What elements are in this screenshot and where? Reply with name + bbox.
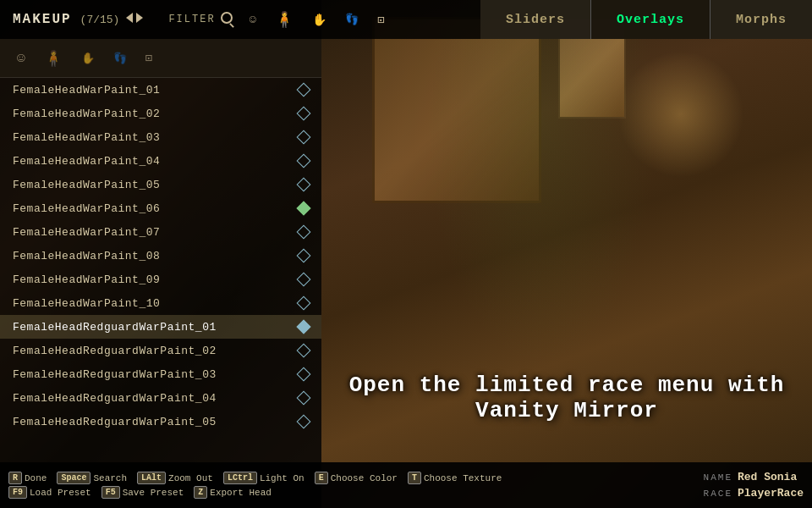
diamond-indicator xyxy=(297,154,311,168)
list-item[interactable]: FemaleHeadWarPaint_05 xyxy=(0,173,321,196)
bottom-command[interactable]: F9Load Preset xyxy=(8,486,91,499)
key-badge: F5 xyxy=(102,486,120,499)
key-badge: E xyxy=(315,472,328,484)
bottom-command[interactable]: SpaceSearch xyxy=(57,472,127,484)
diamond-indicator xyxy=(297,249,311,263)
item-name: FemaleHeadWarPaint_10 xyxy=(13,297,160,310)
list-item[interactable]: FemaleHeadRedguardWarPaint_04 xyxy=(0,386,321,410)
command-label: Zoom Out xyxy=(168,473,213,483)
key-badge: Space xyxy=(57,472,91,484)
filter-label: FILTER xyxy=(168,14,215,25)
item-name: FemaleHeadWarPaint_08 xyxy=(13,250,160,262)
diamond-indicator xyxy=(297,415,311,429)
list-item[interactable]: FemaleHeadWarPaint_04 xyxy=(0,149,321,173)
tab-sliders[interactable]: Sliders xyxy=(480,0,591,39)
item-name: FemaleHeadWarPaint_05 xyxy=(13,179,160,191)
item-name: FemaleHeadRedguardWarPaint_03 xyxy=(13,368,217,381)
bottom-command[interactable]: LCtrlLight On xyxy=(223,472,304,484)
nav-arrow-left[interactable] xyxy=(126,12,133,27)
diamond-indicator xyxy=(297,320,311,334)
body-icon[interactable]: 🧍 xyxy=(275,10,294,29)
item-name: FemaleHeadRedguardWarPaint_05 xyxy=(13,416,217,428)
key-badge: LCtrl xyxy=(223,472,257,484)
tab-morphs[interactable]: Morphs xyxy=(710,0,812,39)
race-label: RACE xyxy=(704,489,732,499)
bottom-command[interactable]: F5Save Preset xyxy=(102,486,184,499)
command-label: Done xyxy=(25,473,47,483)
diamond-indicator xyxy=(297,273,311,287)
list-item[interactable]: FemaleHeadWarPaint_07 xyxy=(0,220,321,244)
list-item[interactable]: FemaleHeadWarPaint_09 xyxy=(0,268,321,291)
section-title: MAKEUP xyxy=(0,12,72,27)
diamond-indicator xyxy=(297,391,311,406)
key-badge: T xyxy=(408,472,421,484)
tab-overlays[interactable]: Overlays xyxy=(591,0,710,39)
list-item[interactable]: FemaleHeadRedguardWarPaint_03 xyxy=(0,362,321,386)
list-item[interactable]: FemaleHeadWarPaint_10 xyxy=(0,291,321,315)
bottom-command[interactable]: TChoose Texture xyxy=(408,472,502,484)
character-name: Red Sonia xyxy=(738,471,797,483)
key-badge: LAlt xyxy=(137,472,166,484)
list-item[interactable]: FemaleHeadWarPaint_06 xyxy=(0,196,321,220)
item-name: FemaleHeadWarPaint_01 xyxy=(13,84,160,97)
sub-icon-row: ☺ 🧍 ✋ 👣 ⊡ xyxy=(0,39,321,78)
command-label: Load Preset xyxy=(30,488,91,498)
bottom-command[interactable]: EChoose Color xyxy=(315,472,398,484)
body-sub-icon[interactable]: 🧍 xyxy=(44,49,63,68)
item-name: FemaleHeadRedguardWarPaint_01 xyxy=(13,321,217,334)
item-name: FemaleHeadRedguardWarPaint_02 xyxy=(13,345,217,357)
diamond-indicator xyxy=(297,296,311,311)
diamond-indicator xyxy=(297,178,311,192)
diamond-indicator xyxy=(297,202,311,216)
search-icon xyxy=(221,12,233,28)
hands-sub-icon[interactable]: ✋ xyxy=(81,52,95,65)
command-label: Light On xyxy=(260,473,304,483)
filter-section: FILTER xyxy=(151,12,232,28)
key-badge: R xyxy=(8,472,22,484)
nav-arrow-right[interactable] xyxy=(136,12,143,27)
item-name: FemaleHeadWarPaint_09 xyxy=(13,273,160,286)
item-name: FemaleHeadWarPaint_04 xyxy=(13,155,160,168)
list-item[interactable]: FemaleHeadWarPaint_08 xyxy=(0,244,321,268)
feet-sub-icon[interactable]: 👣 xyxy=(113,52,127,65)
character-race: PlayerRace xyxy=(738,487,804,500)
bottom-command[interactable]: RDone xyxy=(8,472,47,484)
category-icon-row: ☺ 🧍 ✋ 👣 ⊡ xyxy=(250,10,385,29)
command-label: Choose Color xyxy=(331,473,398,483)
command-label: Save Preset xyxy=(123,488,184,498)
bottom-bar: RDoneSpaceSearchLAltZoom OutLCtrlLight O… xyxy=(0,462,812,508)
top-navigation: MAKEUP (7/15) FILTER ☺ 🧍 ✋ 👣 ⊡ Sliders O… xyxy=(0,0,812,39)
bottom-command[interactable]: LAltZoom Out xyxy=(137,472,213,484)
vanity-text-area: Open the limited race menu with Vanity M… xyxy=(321,373,812,423)
name-label: NAME xyxy=(704,472,732,483)
list-item[interactable]: FemaleHeadWarPaint_01 xyxy=(0,78,321,102)
filter-icon[interactable]: ⊡ xyxy=(377,13,384,27)
hands-icon[interactable]: ✋ xyxy=(312,13,326,27)
item-list: FemaleHeadWarPaint_01FemaleHeadWarPaint_… xyxy=(0,78,321,433)
tab-buttons: Sliders Overlays Morphs xyxy=(480,0,812,39)
diamond-indicator xyxy=(297,130,311,145)
item-name: FemaleHeadWarPaint_03 xyxy=(13,131,160,144)
item-name: FemaleHeadWarPaint_07 xyxy=(13,226,160,239)
face-sub-icon[interactable]: ☺ xyxy=(17,51,25,66)
list-item[interactable]: FemaleHeadRedguardWarPaint_02 xyxy=(0,339,321,362)
command-label: Export Head xyxy=(210,488,272,498)
item-name: FemaleHeadRedguardWarPaint_04 xyxy=(13,392,217,405)
face-icon[interactable]: ☺ xyxy=(250,13,256,26)
diamond-indicator xyxy=(297,344,311,358)
item-name: FemaleHeadWarPaint_02 xyxy=(13,108,160,120)
feet-icon[interactable]: 👣 xyxy=(345,13,359,26)
list-item[interactable]: FemaleHeadWarPaint_03 xyxy=(0,125,321,149)
list-item[interactable]: FemaleHeadRedguardWarPaint_05 xyxy=(0,410,321,433)
bottom-command[interactable]: ZExport Head xyxy=(194,486,272,499)
bottom-row-2: F9Load PresetF5Save PresetZExport Head xyxy=(8,486,804,499)
diamond-indicator xyxy=(297,367,311,382)
list-item[interactable]: FemaleHeadRedguardWarPaint_01 xyxy=(0,315,321,339)
list-item[interactable]: FemaleHeadWarPaint_02 xyxy=(0,102,321,125)
diamond-indicator xyxy=(297,83,311,97)
diamond-indicator xyxy=(297,107,311,121)
character-info: NAME Red Sonia RACE PlayerRace xyxy=(704,462,804,508)
item-name: FemaleHeadWarPaint_06 xyxy=(13,202,160,215)
extra-icon[interactable]: ⊡ xyxy=(145,51,152,65)
command-label: Search xyxy=(93,473,127,483)
